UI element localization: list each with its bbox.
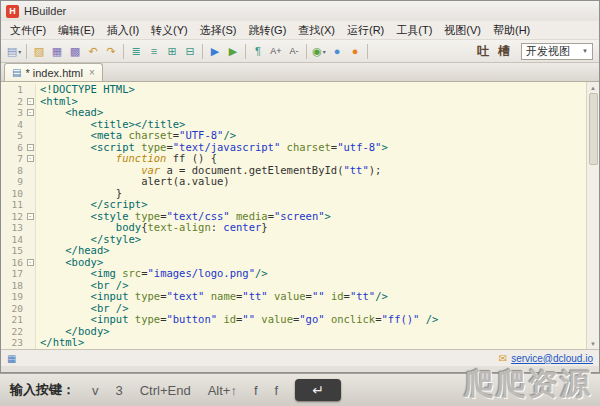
menu-item[interactable]: 选择(S) <box>194 22 243 39</box>
line-number: 13 <box>1 222 25 234</box>
menu-item[interactable]: 运行(R) <box>341 22 390 39</box>
menu-item[interactable]: 视图(V) <box>438 22 487 39</box>
chevron-down-icon: ▾ <box>18 48 21 55</box>
fold-column <box>25 280 36 292</box>
run-button-icon: ▶ <box>211 45 219 58</box>
menu-item[interactable]: 工具(T) <box>390 22 438 39</box>
editor-scrollbar[interactable]: ▲ ▼ <box>586 82 599 349</box>
font-increase-button-icon: A+ <box>270 46 281 56</box>
support-email-link[interactable]: service@dcloud.io <box>511 353 593 364</box>
undo-button[interactable]: ↶ <box>84 42 102 60</box>
fold-marker[interactable]: - <box>27 213 34 220</box>
enter-key-icon: ↵ <box>312 382 324 398</box>
block-select-button-icon: ⊞ <box>167 45 176 58</box>
paragraph-button-icon: ¶ <box>255 45 261 57</box>
status-bar: ▦ ✉ service@dcloud.io <box>1 349 599 366</box>
pressed-key: 3 <box>116 383 123 398</box>
line-number: 12 <box>1 211 25 223</box>
menu-item[interactable]: 文件(F) <box>4 22 52 39</box>
fold-column <box>25 222 36 234</box>
scroll-down-icon[interactable]: ▼ <box>587 338 599 349</box>
line-number: 5 <box>1 130 25 142</box>
tab-bar: ▤ * index.html × <box>1 63 599 82</box>
code-line[interactable]: 23</html> <box>1 337 586 349</box>
code-editor[interactable]: 1<!DOCTYPE HTML>2-<html>3- <head>4 <titl… <box>1 82 599 349</box>
menu-item[interactable]: 跳转(G) <box>242 22 292 39</box>
scrollbar-thumb[interactable] <box>589 93 598 165</box>
save-button[interactable]: ▦ <box>48 42 66 60</box>
debug-button-icon: ▶ <box>229 45 237 58</box>
new-file-button-icon: ▤ <box>7 45 17 58</box>
menu-item[interactable]: 转义(Y) <box>145 22 194 39</box>
toolbar-divider <box>26 44 27 59</box>
save-all-button-icon: ▩ <box>70 45 80 58</box>
font-increase-button[interactable]: A+ <box>267 42 285 60</box>
fold-column <box>25 303 36 315</box>
chrome-button[interactable]: ● <box>328 42 346 60</box>
feedback-button[interactable]: 吐 槽 <box>477 43 513 60</box>
pressed-key: v <box>92 383 99 398</box>
debug-button[interactable]: ▶ <box>224 42 242 60</box>
font-decrease-button-icon: A- <box>290 46 299 56</box>
title-bar[interactable]: H HBuilder <box>1 1 599 21</box>
format-code-button[interactable]: ≣ <box>127 42 145 60</box>
toolbar-divider <box>245 44 246 59</box>
paragraph-button[interactable]: ¶ <box>249 42 267 60</box>
fold-column <box>25 337 36 349</box>
menu-item[interactable]: 查找(X) <box>292 22 341 39</box>
fold-column <box>25 84 36 96</box>
mail-icon: ✉ <box>499 353 507 364</box>
save-all-button[interactable]: ▩ <box>66 42 84 60</box>
tab-close-icon[interactable]: × <box>89 67 95 78</box>
menu-item[interactable]: 插入(I) <box>101 22 145 39</box>
code-area[interactable]: 1<!DOCTYPE HTML>2-<html>3- <head>4 <titl… <box>1 82 586 349</box>
toolbar-icon-group: ▤▾▨▦▩↶↷≣≡⊞⊟▶▶¶A+A-◉▾●● <box>5 42 371 60</box>
outline-button[interactable]: ≡ <box>145 42 163 60</box>
block-select-button[interactable]: ⊞ <box>163 42 181 60</box>
menu-item[interactable]: 帮助(H) <box>487 22 536 39</box>
scroll-up-icon[interactable]: ▲ <box>587 82 599 93</box>
fold-marker[interactable]: - <box>27 259 34 266</box>
view-mode-select[interactable]: 开发视图 ▼ <box>521 43 593 60</box>
fold-column <box>25 314 36 326</box>
fold-column <box>25 245 36 257</box>
fold-marker[interactable]: - <box>27 109 34 116</box>
format-code-button-icon: ≣ <box>131 45 140 58</box>
open-file-button[interactable]: ▨ <box>30 42 48 60</box>
line-number: 22 <box>1 326 25 338</box>
chevron-down-icon: ▾ <box>323 48 326 55</box>
fold-marker[interactable]: - <box>27 155 34 162</box>
new-file-button[interactable]: ▤▾ <box>5 42 23 60</box>
browser-run-select-button[interactable]: ◉▾ <box>310 42 328 60</box>
menu-item[interactable]: 编辑(E) <box>52 22 101 39</box>
line-number: 17 <box>1 268 25 280</box>
code-line[interactable]: 22 </body> <box>1 326 586 338</box>
line-number: 20 <box>1 303 25 315</box>
fold-column <box>25 268 36 280</box>
html-file-icon: ▤ <box>12 67 21 78</box>
outline-button-icon: ≡ <box>151 45 157 57</box>
fold-marker[interactable]: - <box>27 98 34 105</box>
font-decrease-button[interactable]: A- <box>285 42 303 60</box>
fold-column <box>25 326 36 338</box>
word-wrap-button[interactable]: ⊟ <box>181 42 199 60</box>
redo-button[interactable]: ↷ <box>102 42 120 60</box>
code-line[interactable]: 1<!DOCTYPE HTML> <box>1 84 586 96</box>
word-wrap-button-icon: ⊟ <box>185 45 194 58</box>
toolbar-right-group: 吐 槽 开发视图 ▼ <box>477 43 595 60</box>
fold-column <box>25 291 36 303</box>
firefox-button[interactable]: ● <box>346 42 364 60</box>
pressed-key: f <box>254 383 258 398</box>
fold-column <box>25 119 36 131</box>
menu-bar: 文件(F)编辑(E)插入(I)转义(Y)选择(S)跳转(G)查找(X)运行(R)… <box>1 21 599 39</box>
pressed-key: Ctrl+End <box>140 383 191 398</box>
panel-toggle-icon[interactable]: ▦ <box>7 353 16 364</box>
line-number: 3 <box>1 107 25 119</box>
chevron-down-icon: ▼ <box>582 48 588 54</box>
line-number: 9 <box>1 176 25 188</box>
run-button[interactable]: ▶ <box>206 42 224 60</box>
tab-index-html[interactable]: ▤ * index.html × <box>4 63 103 81</box>
toolbar-divider <box>123 44 124 59</box>
tab-label: * index.html <box>25 67 82 79</box>
fold-marker[interactable]: - <box>27 144 34 151</box>
